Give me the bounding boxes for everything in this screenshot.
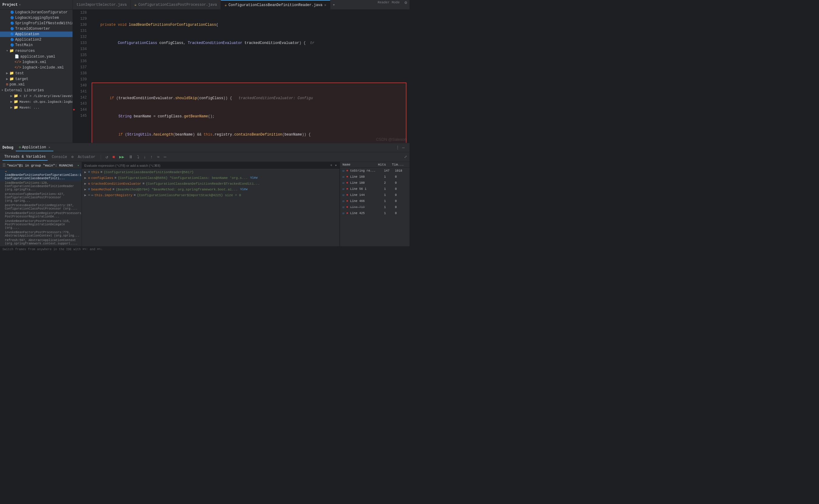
bp-item-line425[interactable]: ☑ ● Line 425 1 0 [340, 210, 409, 216]
app-tab-application[interactable]: ⚙ Application ✕ [16, 144, 53, 151]
bp-checkbox[interactable]: ☑ [342, 169, 344, 173]
var-item-tracked-evaluator[interactable]: ▶ ⊙ trackedConditionEvaluator = {Configu… [82, 181, 339, 186]
tab-threads-variables[interactable]: Threads & Variables [2, 153, 48, 161]
bottom-bar-text: Switch frames from anywhere in the IDE w… [2, 248, 103, 251]
step-into-button[interactable]: ↓ [143, 154, 147, 160]
bp-dot: ● [346, 175, 348, 179]
stack-frame-5[interactable]: invokeBeanFactoryPostProcessors:115, Pos… [0, 219, 82, 230]
bp-col-time: Tim... [392, 163, 407, 166]
tab-bean-definition-reader[interactable]: ☕ ConfigurationClassBeanDefinitionReader… [221, 0, 330, 9]
var-value: {ConfigurationClassBeanDefinitionReader@… [104, 170, 194, 174]
tree-item-external-libs[interactable]: ▾ External Libraries [0, 87, 72, 93]
pause-button[interactable]: ⏸ [128, 154, 134, 160]
folder-icon: 📁 [14, 99, 18, 104]
add-watch-icon[interactable]: + [330, 163, 332, 168]
tree-item-test[interactable]: ▶ 📁 test [0, 70, 72, 76]
stack-frame-2[interactable]: processConfigBeanDefinitions:427, Config… [0, 192, 82, 203]
stack-frame-1[interactable]: loadBeanDefinitions:120, ConfigurationCl… [0, 181, 82, 192]
tab-post-processor[interactable]: ☕ ConfigurationClassPostProcessor.java [131, 0, 221, 9]
close-tab-icon[interactable]: ✕ [324, 3, 326, 7]
stack-frame-6[interactable]: invokeBeanFactoryPostProcessors:779, Abs… [0, 230, 82, 238]
tree-item-resources[interactable]: ▾ 📁 resources [0, 48, 72, 54]
expand-icon[interactable]: ▶ [84, 176, 86, 180]
tree-item-logback-xml[interactable]: </> logback.xml [0, 59, 72, 65]
stack-frame-7[interactable]: refresh:597, AbstractApplicationContext … [0, 238, 82, 246]
bp-item-tostring[interactable]: ☑ ● toString re... 147 1018 [340, 168, 409, 174]
settings-icon[interactable]: ⚙ [405, 0, 407, 9]
tree-item-pom[interactable]: m pom.xml [0, 82, 72, 87]
tree-item-maven-more[interactable]: ▶ 📁 Maven: ... [0, 105, 72, 110]
class-icon: 🔵 [10, 27, 14, 31]
stack-frame-3[interactable]: postProcessBeanDefinitionRegistry:287, C… [0, 203, 82, 211]
expand-icon[interactable]: ▶ [84, 182, 86, 186]
filter-icon[interactable]: ☰ [2, 163, 6, 168]
tree-item-logback-joran[interactable]: 🔵 LogbackJoranConfigurator [0, 10, 72, 15]
code-line-130 [92, 58, 407, 64]
bp-item-line160[interactable]: ☑ ● Line 160 1 0 [340, 174, 409, 180]
tree-item-application2[interactable]: 🔵 Application2 [0, 37, 72, 42]
tree-item-jdk17[interactable]: ▶ 📁 < 17 > /Library/Java/JavaVirtualMach… [0, 93, 72, 99]
expand-icon: ▾ [1, 88, 3, 92]
step-over-button[interactable]: ⤵ [136, 154, 140, 160]
file-icon: ☕ [134, 2, 137, 7]
bp-checkbox[interactable]: ☑ [342, 175, 344, 179]
tree-item-testmain[interactable]: 🔵 TestMain [0, 42, 72, 48]
var-item-beanmethod[interactable]: ▶ ≡ beanMethod = {BeanMethod@5704} "Bean… [82, 186, 339, 192]
expand-icon[interactable]: ▶ [84, 187, 86, 191]
tree-item-logback-logging[interactable]: 🔵 LogbackLoggingSystem [0, 15, 72, 21]
view-link[interactable]: View [240, 188, 248, 191]
bp-checkbox[interactable]: ☑ [342, 187, 344, 191]
bp-checkbox[interactable]: ☑ [342, 205, 344, 209]
view-link[interactable]: View [250, 176, 258, 180]
bp-checkbox[interactable]: ☑ [342, 199, 344, 203]
bp-checkbox[interactable]: ☑ [342, 211, 344, 215]
expand-icon[interactable]: ▶ [84, 193, 86, 197]
project-chevron-icon[interactable]: ▾ [19, 3, 21, 7]
stop-button[interactable]: ■ [112, 154, 116, 160]
bp-item-line144[interactable]: ☑ ● Line 144 1 0 [340, 192, 409, 198]
bp-item-line719[interactable]: ☑ ● Line 719 1 0 [340, 204, 409, 210]
tree-item-application[interactable]: 🔵 Application [0, 32, 72, 37]
stack-frame-4[interactable]: invokeBeanDefinitionRegistryPostProcesso… [0, 211, 82, 219]
bp-item-line56[interactable]: ☑ ● Line 56 i 1 0 [340, 186, 409, 192]
bp-checkbox[interactable]: ☑ [342, 193, 344, 197]
bp-time: 0 [395, 175, 407, 179]
tree-item-maven-logback[interactable]: ▶ 📁 Maven: ch.qos.logback:logback-classi… [0, 99, 72, 105]
tab-import-selector[interactable]: tionImportSelector.java [73, 0, 131, 9]
tree-item-trace-converter[interactable]: 🔵 TraceIdConverter [0, 26, 72, 32]
code-line-128: private void loadBeanDefinitionsForConfi… [92, 22, 407, 28]
tab-overflow-button[interactable]: ▾ [330, 0, 338, 9]
expression-input[interactable] [84, 164, 328, 167]
maximize-icon[interactable]: ⤢ [404, 155, 407, 159]
resume-button[interactable]: ▶▶ [118, 154, 125, 160]
var-value: {ConfigurationClassParser$ImportStack@42… [137, 193, 241, 197]
expand-vars-icon[interactable]: ▾ [335, 163, 337, 168]
more-debug-icon[interactable]: ⋯ [163, 154, 167, 160]
tree-item-label: test [15, 71, 24, 76]
var-item-import-registry[interactable]: ▶ ∞ ∞ this.importRegistry = {Configurati… [82, 192, 339, 198]
bp-item-line466[interactable]: ☑ ● Line 466 1 0 [340, 198, 409, 204]
reader-mode-label[interactable]: Reader Mode [375, 0, 402, 9]
var-name: this [91, 170, 99, 174]
tab-actuator[interactable]: Actuator [76, 154, 97, 160]
tree-item-logback-include[interactable]: </> logback-include.xml [0, 65, 72, 70]
expand-icon[interactable]: ▶ [84, 170, 86, 174]
tree-item-target[interactable]: ▶ 📁 target [0, 76, 72, 82]
tab-label: tionImportSelector.java [76, 3, 127, 7]
var-item-this[interactable]: ▶ ≡ this = {ConfigurationClassBeanDefini… [82, 169, 339, 175]
var-item-configclass[interactable]: ▶ ⊙ configClass = {ConfigurationClass@56… [82, 175, 339, 181]
more-options-icon[interactable]: ⋮ [396, 145, 400, 150]
tree-item-spring-profile[interactable]: 🔵 SpringProfileIfNestedWithinSecondPhase… [0, 21, 72, 26]
rerun-button[interactable]: ↺ [105, 154, 109, 160]
settings-icon[interactable]: — [402, 145, 405, 150]
code-content[interactable]: private void loadBeanDefinitionsForConfi… [89, 10, 409, 143]
stack-frame-0[interactable]: ➜ loadBeanDefinitionsForConfigurationCla… [0, 169, 82, 181]
bp-item-line100[interactable]: ☑ ● Line 100 2 0 [340, 180, 409, 186]
tab-console[interactable]: Console [50, 154, 69, 160]
tab-label: ConfigurationClassPostProcessor.java [138, 3, 217, 7]
close-app-tab-icon[interactable]: ✕ [49, 146, 50, 149]
bp-checkbox[interactable]: ☑ [342, 181, 344, 185]
tree-item-app-yaml[interactable]: 📄 application.yaml [0, 54, 72, 59]
step-out-button[interactable]: ↑ [149, 154, 153, 160]
evaluate-button[interactable]: ≈ [156, 154, 160, 160]
